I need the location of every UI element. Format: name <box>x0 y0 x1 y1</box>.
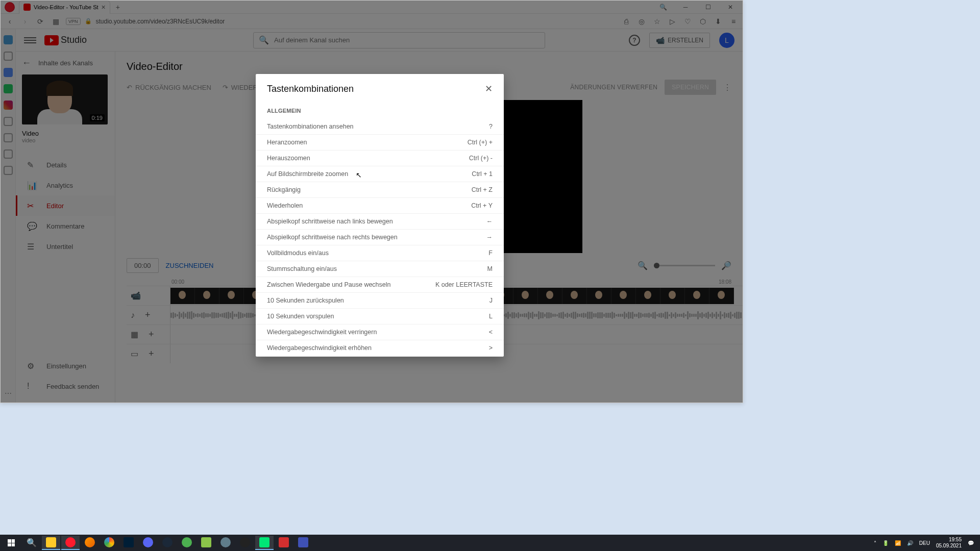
shortcut-key: Ctrl + 1 <box>472 170 493 178</box>
tray-notification-icon[interactable]: 💬 <box>968 540 974 546</box>
task-chrome-icon[interactable] <box>100 536 118 550</box>
shortcut-label: Wiedergabegeschwindigkeit erhöhen <box>267 344 372 352</box>
shortcut-key: J <box>489 297 493 304</box>
shortcut-key: > <box>489 344 493 352</box>
modal-body[interactable]: ALLGEMEIN Tastenkombinationen ansehen?He… <box>256 102 504 357</box>
tray-chevron-icon[interactable]: ˄ <box>874 540 876 546</box>
shortcut-row: Zwischen Wiedergabe und Pause wechselnK … <box>256 277 504 293</box>
shortcut-key: ← <box>486 218 493 225</box>
shortcut-row: Wiedergabegeschwindigkeit erhöhen> <box>256 340 504 356</box>
browser-window: Video-Editor - YouTube St × + 🔍 ─ ☐ ✕ ‹ … <box>0 0 743 403</box>
shortcut-row: 10 Sekunden vorspulenL <box>256 309 504 324</box>
shortcut-row: Abspielkopf schrittweise nach links bewe… <box>256 214 504 230</box>
shortcuts-modal: Tastenkombinationen ✕ ALLGEMEIN Tastenko… <box>256 74 504 357</box>
shortcut-row: WiederholenCtrl + Y <box>256 198 504 214</box>
shortcut-key: Ctrl (+) + <box>468 139 493 146</box>
shortcut-key: F <box>488 249 493 257</box>
task-red-icon[interactable] <box>275 536 293 550</box>
task-misc-icon[interactable] <box>294 536 312 550</box>
shortcut-row: Stummschaltung ein/ausM <box>256 261 504 277</box>
shortcut-row: 10 Sekunden zurückspulenJ <box>256 293 504 309</box>
shortcut-label: Herauszoomen <box>267 155 310 162</box>
task-photoshop-icon[interactable] <box>119 536 138 550</box>
modal-header: Tastenkombinationen ✕ <box>256 74 504 102</box>
task-green1-icon[interactable] <box>178 536 196 550</box>
task-discord-icon[interactable] <box>139 536 157 550</box>
shortcut-label: Wiederholen <box>267 202 303 209</box>
shortcut-label: Rückgängig <box>267 186 301 193</box>
shortcut-key: Ctrl + Z <box>472 186 493 193</box>
shortcut-label: Auf Bildschirmbreite zoomen <box>267 170 348 178</box>
windows-taskbar: 🔍 ˄ 🔋 📶 🔊 DEU 19:55 05.09.2021 💬 <box>0 535 980 551</box>
start-button[interactable] <box>2 536 20 550</box>
tray-volume-icon[interactable]: 🔊 <box>907 540 913 546</box>
task-firefox-icon[interactable] <box>81 536 99 550</box>
system-tray: ˄ 🔋 📶 🔊 DEU 19:55 05.09.2021 💬 <box>874 537 978 549</box>
task-steam-icon[interactable] <box>158 536 177 550</box>
task-search-icon[interactable]: 🔍 <box>22 536 41 550</box>
tray-battery-icon[interactable]: 🔋 <box>883 540 889 546</box>
shortcut-label: Abspielkopf schrittweise nach rechts bew… <box>267 234 398 241</box>
shortcut-key: M <box>487 265 493 272</box>
shortcut-row: Vollbildmodus ein/ausF <box>256 245 504 261</box>
task-green3-icon[interactable] <box>255 536 274 550</box>
shortcut-label: Tastenkombinationen ansehen <box>267 123 354 130</box>
task-globe-icon[interactable] <box>216 536 235 550</box>
shortcut-label: Wiedergabegeschwindigkeit verringern <box>267 329 377 336</box>
shortcut-key: < <box>489 329 493 336</box>
shortcut-label: 10 Sekunden zurückspulen <box>267 297 344 304</box>
task-green2-icon[interactable] <box>197 536 215 550</box>
shortcut-row: HerauszoomenCtrl (+) - <box>256 151 504 166</box>
shortcut-key: K oder LEERTASTE <box>435 281 493 288</box>
shortcut-row: RückgängigCtrl + Z <box>256 182 504 198</box>
shortcut-label: Zwischen Wiedergabe und Pause wechseln <box>267 281 391 288</box>
shortcut-key: Ctrl (+) - <box>469 155 493 162</box>
shortcut-row: Wiedergabegeschwindigkeit verringern< <box>256 324 504 340</box>
task-obs-icon[interactable] <box>236 536 254 550</box>
task-explorer-icon[interactable] <box>42 536 60 550</box>
tray-clock[interactable]: 19:55 05.09.2021 <box>936 537 962 549</box>
shortcut-label: Abspielkopf schrittweise nach links bewe… <box>267 218 393 225</box>
modal-title: Tastenkombinationen <box>267 84 354 94</box>
shortcut-key: L <box>489 313 493 320</box>
shortcut-label: Heranzoomen <box>267 139 307 146</box>
tray-date: 05.09.2021 <box>936 543 962 549</box>
shortcut-row: HeranzoomenCtrl (+) + <box>256 135 504 151</box>
close-icon[interactable]: ✕ <box>485 83 493 94</box>
shortcut-key: ? <box>489 123 493 130</box>
shortcut-row: Auf Bildschirmbreite zoomenCtrl + 1 <box>256 166 504 182</box>
tray-wifi-icon[interactable]: 📶 <box>895 540 901 546</box>
task-opera-icon[interactable] <box>61 536 80 550</box>
tray-lang-icon[interactable]: DEU <box>919 540 930 546</box>
shortcut-label: 10 Sekunden vorspulen <box>267 313 334 320</box>
shortcut-row: Tastenkombinationen ansehen? <box>256 119 504 135</box>
shortcut-key: → <box>486 234 493 241</box>
shortcut-label: Vollbildmodus ein/aus <box>267 249 329 257</box>
shortcut-label: Stummschaltung ein/aus <box>267 265 337 272</box>
shortcut-key: Ctrl + Y <box>471 202 493 209</box>
section-label: ALLGEMEIN <box>256 102 504 119</box>
tray-time: 19:55 <box>936 537 962 543</box>
shortcut-row: Abspielkopf schrittweise nach rechts bew… <box>256 230 504 245</box>
